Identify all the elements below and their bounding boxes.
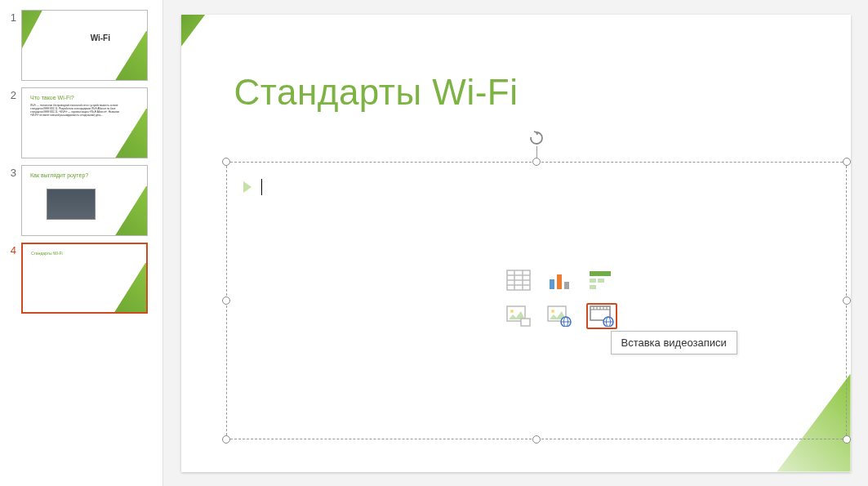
svg-rect-7	[557, 274, 562, 289]
svg-rect-12	[590, 285, 596, 289]
resize-handle[interactable]	[843, 435, 851, 444]
resize-handle[interactable]	[532, 435, 541, 444]
svg-point-17	[551, 310, 554, 313]
svg-rect-8	[564, 282, 569, 289]
pictures-icon	[506, 305, 531, 327]
slide-decor	[21, 10, 47, 51]
slide-canvas[interactable]: Стандарты Wi-Fi	[181, 15, 851, 472]
slide-number: 1	[5, 10, 16, 24]
router-image	[47, 189, 96, 220]
content-placeholder[interactable]: Вставка видеозаписи	[226, 162, 847, 439]
resize-handle[interactable]	[843, 297, 851, 305]
text-entry-row[interactable]	[243, 179, 262, 195]
thumbnail-row[interactable]: 2 Что такое Wi-Fi? Wi-Fi — технология бе…	[0, 84, 162, 162]
slide-thumbnail-2[interactable]: Что такое Wi-Fi? Wi-Fi — технология бесп…	[21, 87, 148, 158]
rotate-line	[536, 146, 537, 158]
online-pictures-icon	[547, 305, 572, 327]
chart-icon	[547, 270, 572, 291]
slide-number: 3	[5, 165, 16, 179]
slide-decor	[110, 186, 148, 236]
slide-number: 4	[5, 243, 16, 256]
slide-thumbnail-4[interactable]: Стандарты Wi-Fi	[21, 243, 148, 314]
resize-handle[interactable]	[532, 158, 541, 166]
svg-rect-10	[590, 279, 596, 283]
bullet-icon	[243, 181, 251, 193]
video-icon	[590, 305, 614, 327]
thumbnail-row[interactable]: 1 Wi-Fi	[0, 7, 162, 84]
insert-smartart-button[interactable]	[586, 269, 614, 292]
insert-pictures-button[interactable]	[505, 305, 532, 328]
thumb-title: Wi-Fi	[91, 33, 110, 42]
svg-rect-6	[550, 279, 554, 289]
resize-handle[interactable]	[843, 158, 851, 166]
thumb-title: Как выглядит роутер?	[30, 172, 88, 178]
slide-thumbnail-3[interactable]: Как выглядит роутер?	[21, 165, 148, 236]
slide-decor-shape	[181, 15, 206, 47]
svg-rect-15	[521, 319, 530, 326]
svg-rect-11	[598, 279, 604, 283]
content-placeholder-icons	[505, 269, 617, 332]
resize-handle[interactable]	[222, 158, 230, 166]
slide-title[interactable]: Стандарты Wi-Fi	[234, 72, 519, 113]
resize-handle[interactable]	[222, 297, 230, 305]
thumb-body: Wi-Fi — технология беспроводной локально…	[30, 105, 122, 118]
svg-rect-9	[590, 271, 611, 276]
svg-point-14	[510, 310, 514, 313]
slide-decor	[109, 263, 148, 314]
rotate-handle[interactable]	[528, 130, 545, 146]
slide-thumbnails-panel[interactable]: 1 Wi-Fi 2 Что такое Wi-Fi? Wi-Fi — техно…	[0, 0, 163, 486]
slide-thumbnail-1[interactable]: Wi-Fi	[21, 10, 148, 81]
insert-online-pictures-button[interactable]	[545, 305, 573, 328]
slide-decor	[110, 31, 148, 81]
thumb-title: Стандарты Wi-Fi	[31, 251, 63, 256]
resize-handle[interactable]	[222, 435, 230, 444]
rotate-icon	[528, 130, 545, 146]
insert-chart-button[interactable]	[545, 269, 573, 292]
slide-number: 2	[5, 87, 16, 101]
slide-editor[interactable]: Стандарты Wi-Fi	[163, 0, 868, 486]
table-icon	[506, 270, 531, 291]
thumbnail-row[interactable]: 3 Как выглядит роутер?	[0, 162, 162, 239]
tooltip: Вставка видеозаписи	[611, 331, 737, 354]
thumb-title: Что такое Wi-Fi?	[30, 95, 74, 100]
insert-table-button[interactable]	[505, 269, 532, 292]
text-cursor	[261, 179, 262, 195]
insert-video-button[interactable]	[586, 303, 617, 329]
thumbnail-row[interactable]: 4 Стандарты Wi-Fi	[0, 239, 162, 317]
smartart-icon	[588, 270, 612, 291]
